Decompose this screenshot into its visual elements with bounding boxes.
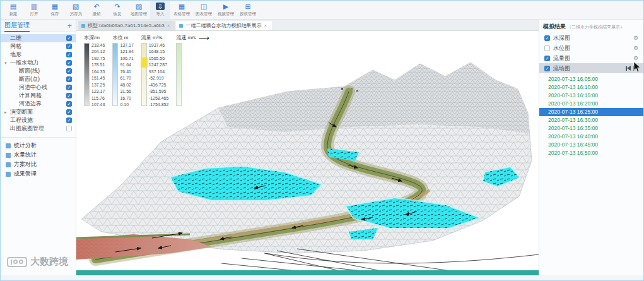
toolbar-button[interactable]: ▦ 表格管理 <box>171 1 192 19</box>
layer-tree-item[interactable]: ▾ 一维水动力 ✓ <box>1 59 76 67</box>
result-layer-checkbox[interactable]: ✓ <box>544 66 550 71</box>
result-layer-checkbox[interactable]: ✓ <box>544 45 550 51</box>
layer-tree-item[interactable]: 断面(线) ✓ <box>1 67 76 75</box>
tool-section-item[interactable]: 方案对比 <box>1 160 76 169</box>
timestamp-item[interactable]: 2020-07-13 16:30:00 <box>539 116 643 124</box>
main-toolbar: ▤ 新建 ▥ 打开 ▦ 保存 ▧ 另存为 ↶ 撤销 <box>1 1 643 20</box>
3d-viewport[interactable]: 水深/m 218.46204.12192.75178.51164.35151.4… <box>76 31 539 270</box>
layer-visibility-checkbox[interactable]: ✓ <box>66 35 72 41</box>
layer-tree-item[interactable]: ▸ 演变断面 ✓ <box>1 108 76 116</box>
toolbar-button[interactable]: ◫ 图表管理 <box>193 1 214 19</box>
layer-visibility-checkbox[interactable]: ✓ <box>66 93 72 99</box>
legend-value: 204.12 <box>91 49 105 54</box>
layer-tree-item[interactable]: 网格 ✓ <box>1 42 76 51</box>
tool-section-item[interactable]: 统计分析 <box>1 141 76 150</box>
layer-tree-item[interactable]: 河道边界 ✓ <box>1 100 76 108</box>
result-layer-row[interactable]: ✓ 流量图 ⚙ <box>539 53 643 63</box>
layer-tree-item[interactable]: 二维 ✓ <box>1 34 76 42</box>
toolbar-button-icon: ⇩ <box>156 3 164 10</box>
document-tab[interactable]: 模型:bfa6b6ffa0-7a61-514e5-a6b3 × <box>78 21 175 30</box>
layer-tree-item[interactable]: 河道中心线 ✓ <box>1 83 76 92</box>
legend-header-depth: 水深/m <box>84 34 105 41</box>
toolbar-button-label: 新建 <box>9 11 18 16</box>
depth-colorbar <box>84 43 90 106</box>
toolbar-button[interactable]: ▦ 保存 <box>45 1 65 19</box>
stage-colorbar <box>112 43 118 106</box>
toolbar-button[interactable]: ↶ 撤销 <box>86 1 107 19</box>
timestamp-item[interactable]: 2020-07-13 16:20:00 <box>539 100 643 108</box>
timestamp-item[interactable]: 2020-07-13 16:45:00 <box>539 141 643 149</box>
layer-visibility-checkbox[interactable]: ✓ <box>66 109 72 115</box>
timestamp-item[interactable]: 2020-07-13 16:10:00 <box>539 83 643 92</box>
layer-tree-item-label: 一维水动力 <box>10 59 38 67</box>
tree-expander-icon[interactable]: ▾ <box>4 61 10 66</box>
legend-column-stage: 水位 m 137.17121.94106.7191.6476.4161.7048… <box>112 34 133 107</box>
watermark-text: 大数跨境 <box>30 256 68 268</box>
layer-tree-item[interactable]: 计算网格 ✓ <box>1 92 76 100</box>
toolbar-button[interactable]: ▶ 视频管理 <box>215 1 237 19</box>
toolbar-button[interactable]: ▧ 另存为 <box>66 1 86 19</box>
layer-visibility-checkbox[interactable]: ✓ <box>66 44 72 49</box>
layer-panel-header: 图层管理 + <box>1 20 76 32</box>
timestamp-item[interactable]: 2020-07-13 16:25:00 <box>539 108 643 116</box>
legend-value: -52.919 <box>149 76 169 81</box>
tree-expander-icon[interactable]: ▸ <box>4 110 10 115</box>
layer-settings-gear-icon[interactable]: ⚙ <box>633 35 638 41</box>
layer-settings-gear-icon[interactable]: ⚙ <box>633 55 638 61</box>
toolbar-button[interactable]: ▤ 新建 <box>3 1 23 19</box>
layer-visibility-checkbox[interactable]: ✓ <box>66 101 72 107</box>
layer-tree-item[interactable]: 地形 ✓ <box>1 51 76 59</box>
tool-section-icon <box>6 162 11 167</box>
toolbar-button[interactable]: ▥ 打开 <box>24 1 44 19</box>
layer-tree-item[interactable]: 工程设施 ✓ <box>1 116 76 124</box>
layer-visibility-checkbox[interactable]: ✓ <box>66 117 72 123</box>
timestamp-item[interactable]: 2020-07-13 16:40:00 <box>539 133 643 141</box>
legend-value: 1247.287 <box>149 63 169 68</box>
result-layer-row[interactable]: ✓ 流场图 ⚙ <box>539 63 643 73</box>
toolbar-button-label: 图表管理 <box>196 11 212 16</box>
legend-value: 16.70 <box>120 96 133 101</box>
legend-value: 178.51 <box>91 63 105 68</box>
timestamp-item[interactable]: 2020-07-13 16:05:00 <box>539 75 643 83</box>
layer-tree-item[interactable]: 出图底图管理 ✓ <box>1 124 76 133</box>
legend-value: 1648.15 <box>149 49 169 54</box>
toolbar-button-label: 视频管理 <box>218 11 234 16</box>
timestamp-item[interactable]: 2020-07-13 16:15:00 <box>539 92 643 100</box>
result-layer-checkbox[interactable]: ✓ <box>544 56 550 61</box>
timestamp-list: 2020-07-13 16:05:00 2020-07-13 16:10:00 … <box>539 75 643 157</box>
toolbar-button[interactable]: ⊞ 授权管理 <box>237 1 259 19</box>
document-tab[interactable]: 一维二维耦合水动力模拟结果展示 × <box>176 21 272 30</box>
skip-start-icon[interactable] <box>626 66 631 71</box>
toolbar-button[interactable]: ▨ 地图管理 <box>128 1 149 19</box>
toolbar-button[interactable]: ⇩ 导入 <box>150 1 170 19</box>
timestamp-item[interactable]: 2020-07-13 16:35:00 <box>539 124 643 133</box>
layer-visibility-checkbox[interactable]: ✓ <box>66 68 72 74</box>
results-panel: 模拟结果 （二维水力学模拟结果展示） ✓ 水深图 ⚙ <box>539 20 643 275</box>
layer-visibility-checkbox[interactable]: ✓ <box>66 76 72 82</box>
watermark-logo-icon <box>7 257 27 267</box>
legend-column-depth: 水深/m 218.46204.12192.75178.51164.35151.4… <box>84 34 105 107</box>
tool-section-item[interactable]: 水量统计 <box>1 150 76 160</box>
tab-close-icon[interactable]: × <box>167 23 170 28</box>
legend-value: 91.64 <box>120 63 133 68</box>
layer-settings-gear-icon[interactable]: ⚙ <box>633 45 638 51</box>
layer-visibility-checkbox[interactable]: ✓ <box>66 126 72 131</box>
result-layer-checkbox[interactable]: ✓ <box>544 35 550 41</box>
layer-tree-item[interactable]: 断面(点) ✓ <box>1 75 76 83</box>
toolbar-button-label: 恢复 <box>114 11 122 16</box>
main-area: 模型:bfa6b6ffa0-7a61-514e5-a6b3 × 一维二维耦合水动… <box>76 20 539 275</box>
legend-value: 121.94 <box>120 49 133 54</box>
timestamp-item[interactable]: 2020-07-13 16:50:00 <box>539 149 643 157</box>
toolbar-button[interactable]: ↷ 恢复 <box>107 1 127 19</box>
layer-visibility-checkbox[interactable]: ✓ <box>66 85 72 90</box>
tool-section-item[interactable]: 成果管理 <box>1 169 76 179</box>
result-layer-list: ✓ 水深图 ⚙ ✓ 水位图 ⚙ <box>539 33 643 73</box>
add-layer-icon[interactable]: + <box>67 22 72 30</box>
result-layer-row[interactable]: ✓ 水位图 ⚙ <box>539 43 643 53</box>
layer-visibility-checkbox[interactable]: ✓ <box>66 60 72 66</box>
result-layer-row[interactable]: ✓ 水深图 ⚙ <box>539 33 643 43</box>
tab-close-icon[interactable]: × <box>264 23 267 28</box>
layer-tree-item-label: 河道中心线 <box>19 83 47 92</box>
layer-visibility-checkbox[interactable]: ✓ <box>66 52 72 57</box>
results-panel-title: 模拟结果 <box>543 23 566 31</box>
